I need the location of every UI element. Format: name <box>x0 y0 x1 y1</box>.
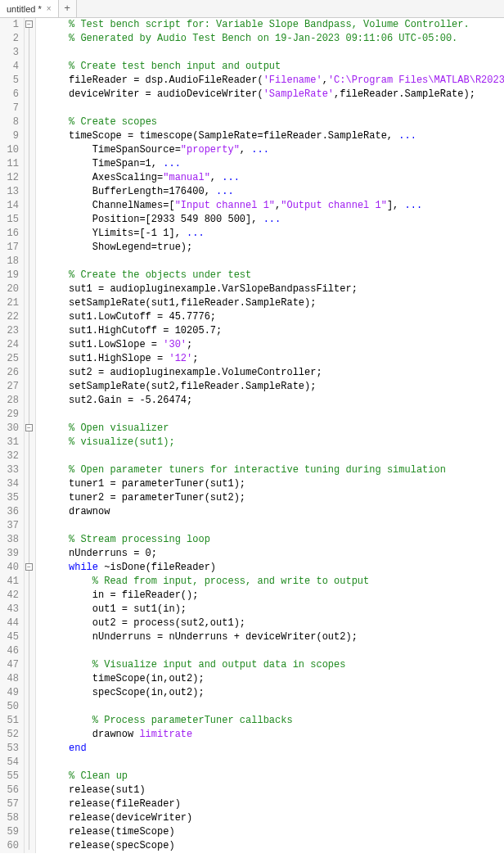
code-line[interactable]: timeScope(in,out2); <box>39 672 504 686</box>
code-line[interactable]: setSampleRate(sut1,fileReader.SampleRate… <box>39 296 504 310</box>
line-number: 54 <box>0 756 19 770</box>
code-line[interactable]: % visualize(sut1); <box>39 436 504 449</box>
line-number: 47 <box>0 658 19 672</box>
code-line[interactable]: ShowLegend=true); <box>39 241 504 255</box>
fold-toggle-icon[interactable]: − <box>25 424 33 431</box>
line-number: 34 <box>0 477 19 491</box>
line-number: 33 <box>0 463 19 477</box>
code-line[interactable]: fileReader = dsp.AudioFileReader('Filena… <box>39 74 504 88</box>
code-line[interactable] <box>39 700 504 714</box>
code-line[interactable]: release(deviceWriter) <box>39 811 504 825</box>
code-line[interactable]: out1 = sut1(in); <box>39 603 504 616</box>
code-line[interactable]: nUnderruns = 0; <box>39 547 504 561</box>
line-number: 10 <box>0 143 19 157</box>
code-line[interactable] <box>39 102 504 115</box>
line-number: 42 <box>0 589 19 603</box>
code-line[interactable]: drawnow <box>39 505 504 519</box>
code-line[interactable]: specScope(in,out2); <box>39 686 504 700</box>
code-line[interactable]: % Stream processing loop <box>39 533 504 547</box>
code-line[interactable]: out2 = process(sut2,out1); <box>39 616 504 630</box>
code-line[interactable]: sut1.LowCutoff = 45.7776; <box>39 310 504 324</box>
code-line[interactable]: YLimits=[-1 1], ... <box>39 227 504 241</box>
fold-toggle-icon[interactable]: − <box>25 563 33 571</box>
code-area[interactable]: % Test bench script for: Variable Slope … <box>36 18 504 853</box>
line-number: 5 <box>0 74 19 88</box>
line-number: 22 <box>0 310 19 324</box>
code-line[interactable]: sut2.Gain = -5.26474; <box>39 394 504 408</box>
line-number: 25 <box>0 352 19 366</box>
code-line[interactable]: setSampleRate(sut2,fileReader.SampleRate… <box>39 380 504 394</box>
line-number: 29 <box>0 408 19 422</box>
code-line[interactable]: % Visualize input and output data in sco… <box>39 658 504 672</box>
code-line[interactable]: TimeSpan=1, ... <box>39 157 504 171</box>
line-number: 32 <box>0 449 19 463</box>
code-line[interactable]: timeScope = timescope(SampleRate=fileRea… <box>39 129 504 143</box>
line-number: 38 <box>0 533 19 547</box>
code-line[interactable]: % Open parameter tuners for interactive … <box>39 463 504 477</box>
code-line[interactable] <box>39 756 504 770</box>
code-line[interactable]: % Open visualizer <box>39 422 504 436</box>
line-number: 55 <box>0 770 19 783</box>
code-line[interactable]: % Generated by Audio Test Bench on 19-Ja… <box>39 32 504 46</box>
code-line[interactable]: tuner2 = parameterTuner(sut2); <box>39 491 504 505</box>
code-line[interactable]: tuner1 = parameterTuner(sut1); <box>39 477 504 491</box>
code-line[interactable]: ChannelNames=["Input channel 1","Output … <box>39 199 504 213</box>
line-number: 7 <box>0 102 19 115</box>
line-number: 37 <box>0 519 19 533</box>
code-line[interactable]: % Process parameterTuner callbacks <box>39 714 504 728</box>
code-line[interactable]: nUnderruns = nUnderruns + deviceWriter(o… <box>39 630 504 644</box>
line-number: 36 <box>0 505 19 519</box>
line-number: 43 <box>0 603 19 616</box>
code-line[interactable]: AxesScaling="manual", ... <box>39 171 504 185</box>
code-line[interactable] <box>39 255 504 269</box>
line-number: 6 <box>0 88 19 102</box>
code-line[interactable]: Position=[2933 549 800 500], ... <box>39 213 504 227</box>
line-number: 59 <box>0 825 19 839</box>
line-number: 45 <box>0 630 19 644</box>
line-number: 9 <box>0 129 19 143</box>
code-line[interactable]: % Test bench script for: Variable Slope … <box>39 18 504 32</box>
code-line[interactable]: release(fileReader) <box>39 797 504 811</box>
code-line[interactable] <box>39 449 504 463</box>
line-number: 16 <box>0 227 19 241</box>
code-line[interactable] <box>39 46 504 60</box>
code-editor[interactable]: 1234567891011121314151617181920212223242… <box>0 18 504 853</box>
line-number: 44 <box>0 616 19 630</box>
code-line[interactable]: release(timeScope) <box>39 825 504 839</box>
line-number: 41 <box>0 575 19 589</box>
code-line[interactable]: % Create the objects under test <box>39 269 504 282</box>
code-line[interactable]: % Create scopes <box>39 115 504 129</box>
code-line[interactable]: % Clean up <box>39 770 504 783</box>
tab-untitled[interactable]: untitled * × <box>0 0 59 17</box>
code-line[interactable]: % Create test bench input and output <box>39 60 504 74</box>
fold-toggle-icon[interactable]: − <box>25 20 33 28</box>
code-line[interactable] <box>39 519 504 533</box>
fold-gutter[interactable]: −−− <box>25 18 36 853</box>
new-tab-button[interactable]: + <box>59 0 77 17</box>
close-icon[interactable]: × <box>47 4 52 13</box>
code-line[interactable]: sut2 = audiopluginexample.VolumeControll… <box>39 366 504 380</box>
code-line[interactable]: end <box>39 742 504 756</box>
code-line[interactable]: % Read from input, process, and write to… <box>39 575 504 589</box>
code-line[interactable]: release(specScope) <box>39 839 504 853</box>
code-line[interactable] <box>39 408 504 422</box>
code-line[interactable]: sut1.HighSlope = '12'; <box>39 352 504 366</box>
code-line[interactable]: BufferLength=176400, ... <box>39 185 504 199</box>
code-line[interactable]: sut1 = audiopluginexample.VarSlopeBandpa… <box>39 282 504 296</box>
code-line[interactable]: TimeSpanSource="property", ... <box>39 143 504 157</box>
code-line[interactable]: sut1.HighCutoff = 10205.7; <box>39 324 504 338</box>
line-number: 46 <box>0 644 19 658</box>
code-line[interactable]: release(sut1) <box>39 783 504 797</box>
code-line[interactable] <box>39 644 504 658</box>
code-line[interactable]: while ~isDone(fileReader) <box>39 561 504 575</box>
line-number: 30 <box>0 422 19 436</box>
line-number: 21 <box>0 296 19 310</box>
code-line[interactable]: deviceWriter = audioDeviceWriter('Sample… <box>39 88 504 102</box>
code-line[interactable]: drawnow limitrate <box>39 728 504 742</box>
line-number: 24 <box>0 338 19 352</box>
line-number-gutter: 1234567891011121314151617181920212223242… <box>0 18 25 853</box>
code-line[interactable]: in = fileReader(); <box>39 589 504 603</box>
line-number: 35 <box>0 491 19 505</box>
line-number: 52 <box>0 728 19 742</box>
code-line[interactable]: sut1.LowSlope = '30'; <box>39 338 504 352</box>
